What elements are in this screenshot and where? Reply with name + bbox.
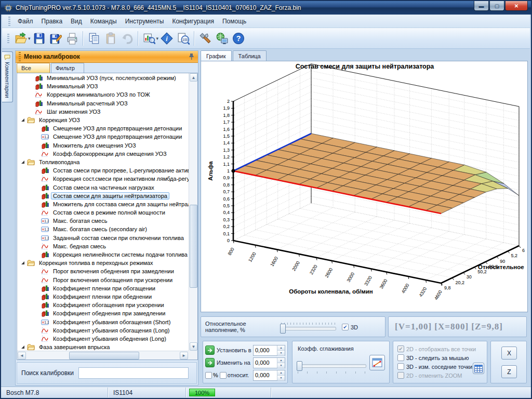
zoom-100-button[interactable]: 100 <box>175 30 192 47</box>
checkbox-box[interactable]: ✔ <box>397 345 404 352</box>
tree-item[interactable]: Коррекция сост.смеси при неактивном лямб… <box>17 175 189 183</box>
spin-up[interactable]: ▲ <box>277 370 285 376</box>
minimize-button[interactable]: ▬ <box>474 1 489 11</box>
tree-item[interactable]: Минимальный УОЗ <box>17 82 189 90</box>
tree-item[interactable]: Макс. бедная смесь <box>17 242 189 250</box>
maximize-button[interactable]: ▢ <box>489 1 504 11</box>
info-button[interactable]: i <box>158 30 175 47</box>
z-axis-button[interactable]: Z <box>501 365 517 378</box>
tree-item[interactable]: Состав смеси для защиты нейтрализатора <box>17 192 189 200</box>
smoothing-slider[interactable] <box>297 358 366 371</box>
paste-button[interactable] <box>102 30 119 47</box>
tree-item[interactable]: =1.2Коэффициент убывания обогащения (Sho… <box>17 317 189 326</box>
chart-view-button[interactable] <box>141 30 157 47</box>
sidebar-tab-Все[interactable]: Все <box>17 63 50 73</box>
menu-item-Вид[interactable]: Вид <box>66 16 86 27</box>
tree-item[interactable]: Множитель для состава смеси для защиты н… <box>17 200 189 208</box>
open-dropdown-arrow[interactable]: ▾ <box>28 36 31 41</box>
checkbox-3d[interactable]: ✔ 3D <box>342 324 358 330</box>
spin-up[interactable]: ▲ <box>277 358 285 363</box>
checkbox-box[interactable] <box>397 372 404 379</box>
tree-item[interactable]: Коэффициент пленки при обогащении <box>17 284 189 292</box>
grid-edit-button[interactable] <box>473 363 484 374</box>
pin-icon[interactable] <box>188 53 195 60</box>
expander-icon[interactable] <box>20 117 25 123</box>
sidebar-tab-Фильтр[interactable]: Фильтр <box>51 63 84 73</box>
tree-item[interactable]: Минимальный расчетный УОЗ <box>17 99 189 108</box>
spin-down[interactable]: ▼ <box>277 351 285 356</box>
checkbox-box[interactable] <box>397 363 404 370</box>
scroll-down-arrow[interactable]: ▼ <box>190 342 197 351</box>
toolbar-grip[interactable] <box>7 34 9 43</box>
smoothing-slider-thumb[interactable] <box>297 361 302 371</box>
x-axis-button[interactable]: X <box>501 347 517 360</box>
option-checkbox[interactable]: 3D - изм. соседние точки <box>397 363 472 370</box>
checkbox-3d-box[interactable]: ✔ <box>342 324 349 330</box>
tree-item[interactable]: Смещение УОЗ для предотвращения детонаци… <box>17 124 189 132</box>
tree-item[interactable]: Порог включения обогащения при ускорении <box>17 276 189 284</box>
menu-item-Правка[interactable]: Правка <box>37 16 67 27</box>
percent-checkbox[interactable] <box>205 372 212 379</box>
scroll-up-arrow[interactable]: ▲ <box>190 73 197 82</box>
tree-item[interactable]: Коэффициент обеднения при замедлении <box>17 309 189 317</box>
spin-down[interactable]: ▼ <box>277 363 285 368</box>
tree-item[interactable]: Коэффициент обогащения при ускорении <box>17 301 189 309</box>
tree-item[interactable]: Коэфф.барокоррекции для смещения УОЗ <box>17 150 189 158</box>
spin-up[interactable]: ▲ <box>277 345 285 351</box>
tree-item[interactable]: Топливоподача <box>17 158 189 166</box>
menu-item-Конфигурация[interactable]: Конфигурация <box>168 16 218 27</box>
sidebar-grip[interactable] <box>19 52 21 61</box>
print-button[interactable] <box>64 30 81 47</box>
tree-item[interactable]: Шаг изменения УОЗ <box>17 108 189 116</box>
tree-item[interactable]: Коррекция топлива в переходных режимах <box>17 259 189 267</box>
save-button[interactable] <box>31 30 47 47</box>
open-button[interactable] <box>12 30 29 47</box>
save-as-button[interactable] <box>47 30 64 47</box>
scroll-right-arrow[interactable]: ► <box>180 352 188 360</box>
expander-icon[interactable] <box>20 344 25 350</box>
scroll-left-arrow[interactable]: ◄ <box>18 352 26 360</box>
menu-item-Помощь[interactable]: Помощь <box>218 16 250 27</box>
tree-item[interactable]: =1.2Макс. богатая смесь (secondary air) <box>17 225 189 233</box>
close-button[interactable]: ✕ <box>505 1 528 11</box>
menu-item-Инструменты[interactable]: Инструменты <box>121 16 168 27</box>
undo-button[interactable] <box>119 30 136 47</box>
spin-down[interactable]: ▼ <box>277 376 285 381</box>
fill-slider-thumb[interactable] <box>280 324 286 334</box>
relative-spinner[interactable]: 0,000▲▼ <box>253 370 285 381</box>
menu-item-Команды[interactable]: Команды <box>86 16 121 27</box>
fill-slider[interactable] <box>280 321 336 334</box>
search-input[interactable] <box>78 367 189 379</box>
hscroll-thumb[interactable] <box>69 352 139 360</box>
tree-item[interactable]: =1.2Макс. богатая смесь <box>17 217 189 225</box>
smoothing-slider-track[interactable] <box>297 364 366 368</box>
tree-item[interactable]: Коррекция нелинейности системы подачи то… <box>17 250 189 259</box>
set-to-spinner[interactable]: 0,000▲▼ <box>253 345 285 356</box>
expander-icon[interactable] <box>20 159 25 165</box>
expander-icon[interactable] <box>20 260 25 265</box>
tree-item[interactable]: Коэффициент пленки при обеднении <box>17 292 189 301</box>
interpolate-button[interactable] <box>369 355 385 370</box>
comments-side-tab[interactable]: Комментарии <box>2 51 13 102</box>
tree-item[interactable]: Состав смеси в режиме полной мощности <box>17 208 189 217</box>
tree-horizontal-scrollbar[interactable]: ◄ ► <box>17 351 189 360</box>
tree-vertical-scrollbar[interactable]: ▲ ▼ <box>189 73 197 351</box>
main-tab-График[interactable]: График <box>201 50 232 61</box>
option-checkbox[interactable]: 3D - следить за мышью <box>397 354 469 361</box>
tree-item[interactable]: Коррекция УОЗ <box>17 116 189 124</box>
vscroll-thumb[interactable] <box>190 205 197 288</box>
tree-item[interactable]: Коррекция минимального УОЗ по ТОЖ <box>17 90 189 99</box>
help-button[interactable]: ? <box>230 30 247 47</box>
tree-item[interactable]: Состав смеси при прогреве, L-регулирован… <box>17 166 189 175</box>
tree-item[interactable]: Коэффициент убывания обогащения (Long) <box>17 326 189 335</box>
main-tab-Таблица[interactable]: Таблица <box>233 50 267 61</box>
apply-set-button[interactable] <box>205 345 215 355</box>
chart-3d-surface[interactable]: 00,10,20,30,40,50,60,70,80,911,11,21,31,… <box>201 61 528 313</box>
menu-item-Файл[interactable]: Файл <box>14 16 37 27</box>
tree-item[interactable]: =1.2Смещение УОЗ для предотвращения дето… <box>17 132 189 141</box>
tools-button[interactable] <box>197 30 214 47</box>
tree-item[interactable]: Множитель для смещения УОЗ <box>17 141 189 150</box>
tree-item[interactable]: Коэффициент убывания обеднения (Long) <box>17 335 189 343</box>
fill-slider-track[interactable] <box>280 327 336 330</box>
tree-item[interactable]: Фаза завершения впрыска <box>17 343 189 351</box>
